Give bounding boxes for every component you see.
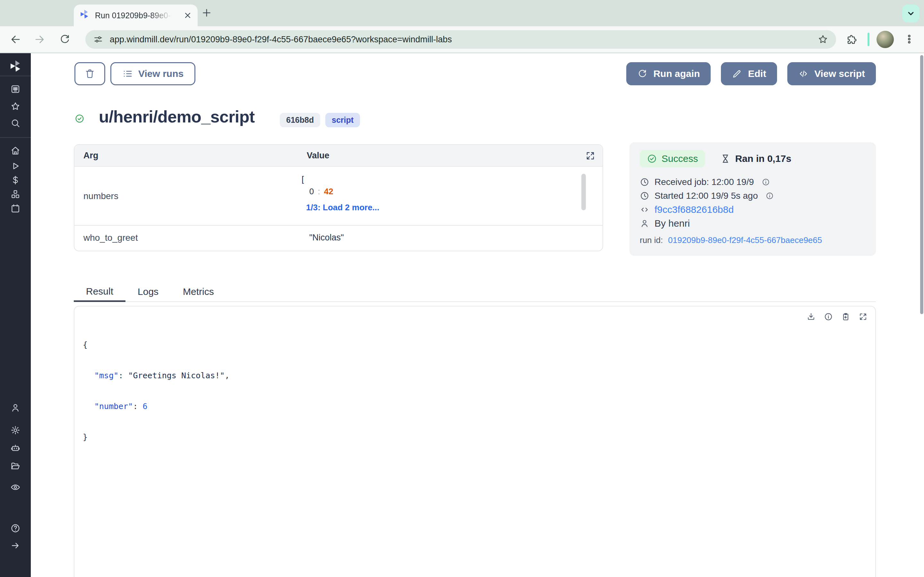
- sidebar-item-help[interactable]: [10, 523, 21, 533]
- page-title: u/henri/demo_script: [99, 107, 255, 126]
- started-text: Started 12:00 19/9 5s ago: [654, 191, 758, 201]
- json-key: "number": [94, 402, 133, 411]
- run-again-button[interactable]: Run again: [626, 62, 711, 85]
- script-hash-link[interactable]: f9cc3f6882616b8d: [654, 204, 734, 215]
- status-label: Success: [662, 153, 698, 164]
- download-result-icon[interactable]: [806, 312, 816, 321]
- edit-label: Edit: [748, 68, 766, 79]
- sidebar-item-workers[interactable]: [10, 443, 21, 453]
- browser-menu-icon[interactable]: [903, 33, 915, 45]
- value-cell-scrollbar[interactable]: [582, 174, 586, 210]
- app-sidebar: [0, 53, 31, 577]
- author-text: By henri: [654, 218, 690, 229]
- args-table: Arg Value numbers [ 0:42 1/3: Load 2 mor…: [74, 144, 603, 251]
- back-icon[interactable]: [10, 33, 22, 45]
- tab-close-icon[interactable]: [183, 11, 192, 20]
- sidebar-item-folders[interactable]: [10, 461, 21, 471]
- run-id-row: run id: 019209b9-89e0-f29f-4c55-667baece…: [640, 235, 866, 245]
- json-string-value: "Greetings Nicolas!": [128, 371, 225, 380]
- sidebar-item-home[interactable]: [10, 145, 21, 156]
- site-settings-icon[interactable]: [93, 34, 103, 45]
- info-icon[interactable]: [762, 178, 770, 186]
- info-icon[interactable]: [766, 192, 774, 200]
- tab-title: Run 019209b9-89e0-f29f-4c: [95, 11, 172, 20]
- kind-badge[interactable]: script: [325, 113, 360, 127]
- author-row: By henri: [640, 216, 866, 230]
- sidebar-item-search[interactable]: [10, 118, 21, 128]
- window-chevron-button[interactable]: [902, 5, 919, 23]
- success-check-icon: [74, 113, 85, 124]
- json-entry: 0:42: [309, 185, 379, 197]
- json-brace: }: [83, 432, 87, 442]
- browser-tab-strip: Run 019209b9-89e0-f29f-4c: [0, 0, 924, 26]
- version-badge: 616b8d: [280, 113, 320, 127]
- received-job-text: Received job: 12:00 19/9: [654, 177, 754, 187]
- col-header-arg: Arg: [83, 151, 99, 161]
- json-number-value: 6: [143, 402, 148, 411]
- reload-icon[interactable]: [59, 33, 71, 45]
- expand-args-icon[interactable]: [585, 151, 596, 161]
- arg-value-json-viewer: [ 0:42 1/3: Load 2 more...: [300, 173, 379, 213]
- forward-icon[interactable]: [33, 33, 45, 45]
- sidebar-expand-icon[interactable]: [10, 540, 21, 551]
- load-more-link[interactable]: 1/3: Load 2 more...: [306, 201, 379, 213]
- started-row: Started 12:00 19/9 5s ago: [640, 189, 866, 203]
- status-badge: Success: [640, 150, 705, 167]
- url-bar[interactable]: app.windmill.dev/run/019209b9-89e0-f29f-…: [86, 30, 836, 49]
- tab-metrics[interactable]: Metrics: [171, 282, 226, 301]
- sidebar-item-apps[interactable]: [10, 84, 21, 94]
- copy-result-icon[interactable]: [841, 312, 850, 321]
- view-script-label: View script: [814, 68, 865, 79]
- view-script-button[interactable]: View script: [787, 62, 876, 85]
- col-header-value: Value: [307, 151, 330, 161]
- url-text: app.windmill.dev/run/019209b9-89e0-f29f-…: [110, 35, 452, 45]
- toolbar-separator: [867, 33, 869, 46]
- result-tabs: Result Logs Metrics: [74, 282, 876, 302]
- tab-logs[interactable]: Logs: [126, 282, 171, 301]
- script-hash-row: f9cc3f6882616b8d: [640, 203, 866, 216]
- json-key: "msg": [94, 371, 118, 380]
- edit-button[interactable]: Edit: [721, 62, 777, 85]
- sidebar-item-runs[interactable]: [10, 161, 21, 171]
- table-row: who_to_greet "Nicolas": [74, 226, 603, 251]
- sidebar-divider: [0, 76, 31, 76]
- result-json: { "msg": "Greetings Nicolas!", "number":…: [83, 319, 229, 463]
- run-id-label: run id:: [640, 235, 663, 245]
- sidebar-divider: [0, 137, 31, 138]
- windmill-logo[interactable]: [8, 59, 23, 76]
- json-brace: {: [83, 340, 87, 350]
- new-tab-icon[interactable]: [201, 7, 212, 19]
- browser-tab[interactable]: Run 019209b9-89e0-f29f-4c: [74, 5, 198, 26]
- main-content: View runs Run again Edit View script u/h…: [31, 53, 924, 577]
- sidebar-item-schedules[interactable]: [10, 203, 21, 213]
- json-index: 0: [309, 187, 314, 196]
- tab-result[interactable]: Result: [74, 282, 126, 302]
- view-runs-button[interactable]: View runs: [110, 62, 195, 85]
- page-scrollbar[interactable]: [920, 55, 923, 314]
- windmill-favicon: [79, 9, 90, 22]
- run-duration: Ran in 0,17s: [720, 153, 791, 164]
- duration-label: Ran in 0,17s: [735, 153, 791, 164]
- result-panel: { "msg": "Greetings Nicolas!", "number":…: [74, 306, 876, 577]
- sidebar-item-variables[interactable]: [10, 175, 21, 185]
- browser-profile-avatar[interactable]: [877, 31, 894, 48]
- arg-name: numbers: [83, 191, 118, 201]
- run-status-panel: Success Ran in 0,17s Received job: 12:00…: [630, 142, 876, 256]
- json-colon: :: [318, 187, 320, 196]
- sidebar-item-user[interactable]: [10, 403, 21, 413]
- extensions-icon[interactable]: [846, 34, 857, 45]
- json-open-bracket[interactable]: [: [300, 173, 379, 185]
- received-job-row: Received job: 12:00 19/9: [640, 175, 866, 189]
- sidebar-item-audit-logs[interactable]: [10, 482, 21, 492]
- sidebar-item-resources[interactable]: [10, 189, 21, 199]
- bookmark-star-icon[interactable]: [817, 34, 829, 45]
- result-info-icon[interactable]: [824, 312, 833, 321]
- expand-result-icon[interactable]: [859, 312, 867, 321]
- run-id-link[interactable]: 019209b9-89e0-f29f-4c55-667baece9e65: [668, 235, 822, 245]
- run-again-label: Run again: [653, 68, 700, 79]
- sidebar-item-favorites[interactable]: [10, 101, 21, 111]
- table-row: numbers [ 0:42 1/3: Load 2 more...: [74, 167, 603, 226]
- sidebar-item-settings[interactable]: [10, 425, 21, 435]
- delete-run-button[interactable]: [74, 62, 105, 85]
- view-runs-label: View runs: [138, 68, 184, 79]
